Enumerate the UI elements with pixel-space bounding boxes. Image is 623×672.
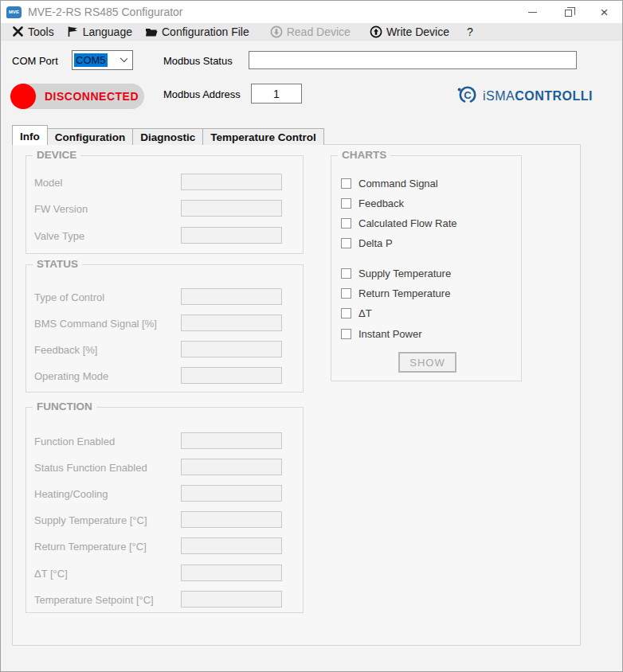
heating-cooling-label: Heating/Cooling — [34, 488, 108, 500]
valve-type-field[interactable] — [181, 227, 282, 244]
checkbox-label: ΔT — [359, 307, 372, 319]
brand-logo: C iSMACONTROLLI — [456, 84, 593, 109]
modbus-status-input[interactable] — [249, 51, 577, 69]
checkbox-icon[interactable] — [341, 268, 351, 279]
model-field[interactable] — [181, 174, 282, 190]
function-enabled-field[interactable] — [181, 432, 282, 449]
checkbox-icon[interactable] — [341, 178, 351, 189]
delta-t-field[interactable] — [181, 565, 282, 581]
charts-group-title: CHARTS — [338, 149, 390, 161]
checkbox-icon[interactable] — [341, 288, 351, 299]
checkbox-instant-power[interactable]: Instant Power — [341, 328, 422, 340]
close-button[interactable]: × — [586, 1, 622, 23]
supply-temperature-label: Supply Temperature [°C] — [34, 514, 147, 526]
menu-bar: Tools Language Configuration File Read D… — [1, 23, 622, 41]
title-bar: MVE MVE-2-RS RS485 Configurator × — [1, 1, 622, 23]
function-group: FUNCTION Function Enabled Status Functio… — [25, 407, 304, 613]
checkbox-icon[interactable] — [341, 198, 351, 209]
tab-temperature-control[interactable]: Temperature Control — [202, 128, 324, 145]
minimize-button[interactable] — [515, 1, 551, 23]
menu-label: Language — [83, 25, 132, 38]
show-button[interactable]: SHOW — [398, 352, 456, 373]
upload-circle-icon — [370, 25, 382, 38]
restore-button[interactable] — [551, 1, 586, 23]
menu-configuration-file[interactable]: Configuration File — [139, 23, 256, 40]
feedback-field[interactable] — [181, 341, 282, 357]
app-window: MVE MVE-2-RS RS485 Configurator × Tools … — [0, 0, 623, 672]
connection-status-badge: DISCONNECTED — [11, 84, 144, 109]
close-icon: × — [601, 6, 609, 19]
svg-text:C: C — [464, 89, 472, 101]
menu-label: Write Device — [386, 25, 449, 38]
tab-diagnostic[interactable]: Diagnostic — [132, 128, 203, 145]
heating-cooling-field[interactable] — [181, 485, 282, 502]
valve-type-label: Valve Type — [34, 230, 84, 242]
menu-label: ? — [467, 25, 473, 38]
supply-temperature-field[interactable] — [181, 511, 282, 528]
temperature-setpoint-label: Temperature Setpoint [°C] — [34, 594, 154, 606]
bms-command-signal-label: BMS Command Signal [%] — [34, 318, 157, 330]
menu-read-device: Read Device — [264, 23, 357, 40]
brand-name: iSMACONTROLLI — [483, 89, 593, 104]
checkbox-return-temperature[interactable]: Return Temperature — [341, 287, 450, 299]
checkbox-calculated-flow-rate[interactable]: Calculated Flow Rate — [341, 217, 457, 229]
folder-icon — [145, 26, 158, 37]
menu-help[interactable]: ? — [456, 23, 484, 40]
checkbox-label: Supply Temperature — [359, 268, 451, 279]
com-port-select[interactable]: COM5 — [72, 50, 133, 70]
delta-t-label: ΔT [°C] — [34, 568, 68, 580]
status-function-enabled-field[interactable] — [181, 459, 282, 475]
tab-configuration[interactable]: Configuration — [47, 128, 133, 145]
operating-mode-field[interactable] — [181, 367, 282, 384]
menu-language[interactable]: Language — [61, 23, 139, 40]
isma-controlli-logo-icon: C — [456, 84, 478, 109]
download-circle-icon — [270, 25, 283, 38]
checkbox-label: Return Temperature — [359, 287, 450, 299]
checkbox-supply-temperature[interactable]: Supply Temperature — [341, 268, 451, 279]
checkbox-icon[interactable] — [341, 218, 351, 229]
charts-group: CHARTS Command Signal Feedback Calculate… — [331, 155, 522, 381]
tab-info[interactable]: Info — [12, 125, 48, 145]
checkbox-label: Calculated Flow Rate — [359, 217, 457, 229]
info-tab-panel: DEVICE Model FW Version Valve Type STATU… — [12, 144, 581, 646]
temperature-setpoint-field[interactable] — [181, 591, 282, 608]
type-of-control-label: Type of Control — [34, 291, 104, 303]
menu-tools[interactable]: Tools — [6, 23, 61, 40]
type-of-control-field[interactable] — [181, 288, 282, 305]
window-title: MVE-2-RS RS485 Configurator — [28, 6, 183, 18]
checkbox-icon[interactable] — [341, 329, 351, 339]
checkbox-icon[interactable] — [341, 308, 351, 318]
app-icon: MVE — [6, 6, 22, 18]
status-group-title: STATUS — [33, 258, 82, 270]
checkbox-label: Feedback — [359, 197, 404, 209]
checkbox-feedback[interactable]: Feedback — [341, 197, 404, 209]
connection-status-text: DISCONNECTED — [45, 90, 139, 103]
menu-write-device[interactable]: Write Device — [363, 23, 456, 40]
fw-version-field[interactable] — [181, 200, 282, 217]
chevron-down-icon — [120, 55, 127, 62]
status-dot-icon — [10, 84, 36, 109]
function-enabled-label: Function Enabled — [34, 436, 115, 447]
checkbox-command-signal[interactable]: Command Signal — [341, 178, 438, 189]
function-group-title: FUNCTION — [33, 400, 96, 412]
model-label: Model — [34, 177, 62, 189]
modbus-status-label: Modbus Status — [163, 55, 233, 67]
checkbox-label: Instant Power — [359, 328, 422, 340]
checkbox-delta-t[interactable]: ΔT — [341, 307, 372, 319]
feedback-label: Feedback [%] — [34, 344, 98, 356]
restore-icon — [565, 10, 572, 17]
operating-mode-label: Operating Mode — [34, 370, 108, 382]
com-port-label: COM Port — [12, 55, 58, 67]
status-group: STATUS Type of Control BMS Command Signa… — [25, 264, 304, 393]
bms-command-signal-field[interactable] — [181, 315, 282, 331]
modbus-address-input[interactable] — [251, 84, 302, 104]
device-group: DEVICE Model FW Version Valve Type — [25, 155, 304, 254]
tab-strip: Info Configuration Diagnostic Temperatur… — [12, 125, 323, 145]
fw-version-label: FW Version — [34, 203, 88, 215]
tools-icon — [12, 25, 24, 37]
return-temperature-field[interactable] — [181, 537, 282, 554]
checkbox-label: Delta P — [359, 237, 393, 249]
checkbox-icon[interactable] — [341, 238, 351, 248]
checkbox-delta-p[interactable]: Delta P — [341, 237, 393, 249]
device-group-title: DEVICE — [33, 149, 80, 161]
